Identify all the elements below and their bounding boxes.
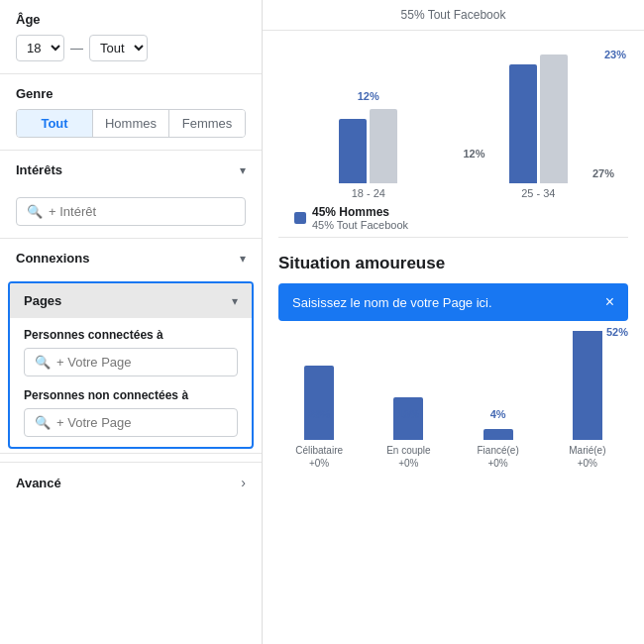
legend-dot	[294, 212, 306, 224]
genre-buttons: Tout Hommes Femmes	[16, 109, 246, 138]
situation-bars: 28% Célibataire+0% 16% En couple+0%	[278, 331, 628, 470]
sit-bar-marie	[547, 331, 628, 440]
legend-main: 45% Hommes	[312, 205, 408, 219]
genre-section: Genre Tout Hommes Femmes	[0, 74, 262, 151]
sit-col-celibataire: 28% Célibataire+0%	[278, 331, 360, 470]
age-col-25-34: 12% 27% 25 - 34	[459, 60, 619, 199]
age-bars: 12% 18 - 24 12% 27% 25 - 34	[278, 41, 628, 199]
interets-search-icon: 🔍	[27, 204, 43, 219]
bar-group-18-24	[288, 109, 449, 183]
not-connected-label: Personnes non connectées à	[24, 388, 238, 402]
sit-col-encouple: 16% En couple+0%	[368, 331, 449, 470]
avance-section[interactable]: Avancé ›	[0, 462, 262, 502]
not-connected-input-wrap[interactable]: 🔍	[24, 408, 238, 437]
divider	[278, 237, 628, 238]
situation-section: Situation amoureuse Saisissez le nom de …	[263, 242, 644, 470]
pct-28-label: 28%	[308, 408, 330, 420]
tooltip-text: Saisissez le nom de votre Page ici.	[292, 295, 492, 310]
sit-col-marie: Marié(e)+0%	[547, 331, 628, 470]
sit-label-encouple: En couple+0%	[386, 444, 430, 470]
sit-label-fiance: Fiancé(e)+0%	[478, 444, 519, 470]
pct-16-label: 16%	[397, 408, 419, 420]
connected-input-wrap[interactable]: 🔍	[24, 348, 238, 376]
not-connected-search-icon: 🔍	[35, 415, 51, 430]
genre-femmes-button[interactable]: Femmes	[169, 110, 245, 137]
legend-sub: 45% Tout Facebook	[312, 219, 408, 231]
bar-gray-25-34	[540, 54, 568, 183]
age-label-25-34: 25 - 34	[521, 187, 555, 199]
bar-blue-celibataire	[304, 366, 334, 440]
top-bar-text: 55% Tout Facebook	[401, 8, 506, 22]
pct-12-label-2: 12%	[464, 148, 485, 160]
bar-blue-25-34	[509, 64, 537, 183]
right-panel: 55% Tout Facebook 23% 12% 18 - 24 12	[263, 0, 644, 644]
pages-section: Pages ▾ Personnes connectées à 🔍 Personn…	[8, 281, 254, 449]
avance-arrow: ›	[241, 475, 246, 490]
genre-tout-button[interactable]: Tout	[17, 110, 93, 137]
age-label: Âge	[16, 12, 246, 27]
left-panel: Âge 18 21 25 — Tout 24 34 Genre Tout Hom…	[0, 0, 263, 644]
tooltip-bar: Saisissez le nom de votre Page ici. ×	[278, 283, 628, 321]
connexions-chevron: ▾	[240, 252, 246, 266]
genre-label: Genre	[16, 86, 246, 101]
bar-blue-marie	[573, 331, 602, 440]
not-connected-page-input[interactable]	[56, 415, 227, 430]
pages-header[interactable]: Pages ▾	[10, 283, 252, 318]
connected-search-icon: 🔍	[35, 355, 51, 370]
sit-bar-celibataire	[278, 366, 360, 440]
interets-header[interactable]: Intérêts ▾	[0, 151, 262, 189]
interets-chevron: ▾	[240, 163, 246, 177]
age-from-select[interactable]: 18 21 25	[16, 35, 64, 61]
connexions-header[interactable]: Connexions ▾	[0, 239, 262, 277]
avance-label: Avancé	[16, 476, 61, 490]
age-label-18-24: 18 - 24	[352, 187, 385, 199]
age-dash: —	[70, 41, 83, 55]
sit-label-marie: Marié(e)+0%	[569, 444, 605, 470]
sit-col-fiance: 4% Fiancé(e)+0%	[458, 331, 539, 470]
interets-body: 🔍	[0, 189, 262, 238]
pages-body: Personnes connectées à 🔍 Personnes non c…	[10, 318, 252, 447]
pct-27-label: 27%	[592, 167, 614, 179]
connexions-section: Connexions ▾ Pages ▾ Personnes connectée…	[0, 239, 262, 454]
pct-12-label-1: 12%	[358, 90, 379, 102]
age-col-18-24: 12% 18 - 24	[288, 60, 449, 199]
bar-blue-fiance	[483, 429, 513, 440]
connected-label: Personnes connectées à	[24, 328, 238, 342]
top-bar: 55% Tout Facebook	[263, 0, 644, 31]
interets-section: Intérêts ▾ 🔍	[0, 151, 262, 239]
bar-group-25-34	[459, 54, 619, 183]
genre-hommes-button[interactable]: Hommes	[93, 110, 169, 137]
connexions-title: Connexions	[16, 251, 89, 266]
legend-text: 45% Hommes 45% Tout Facebook	[312, 205, 408, 231]
pct-4-label: 4%	[490, 408, 506, 420]
pages-title: Pages	[24, 293, 61, 308]
bar-gray-18-24	[370, 109, 397, 183]
bar-blue-18-24	[339, 119, 367, 183]
legend-item: 45% Hommes 45% Tout Facebook	[294, 205, 612, 231]
sit-bar-fiance	[458, 429, 539, 440]
interets-search-input[interactable]	[49, 204, 235, 219]
interets-title: Intérêts	[16, 162, 62, 177]
interets-search-wrap[interactable]: 🔍	[16, 197, 246, 226]
pages-chevron: ▾	[232, 294, 238, 308]
age-to-select[interactable]: Tout 24 34	[89, 35, 148, 61]
sit-label-celibataire: Célibataire+0%	[295, 444, 343, 470]
situation-title: Situation amoureuse	[278, 254, 628, 273]
tooltip-close-button[interactable]: ×	[605, 293, 614, 311]
age-section: Âge 18 21 25 — Tout 24 34	[0, 0, 262, 74]
connected-page-input[interactable]	[56, 355, 227, 370]
age-controls: 18 21 25 — Tout 24 34	[16, 35, 246, 61]
age-chart-area: 23% 12% 18 - 24 12% 27% 25 - 34	[263, 31, 644, 231]
situation-bars-wrapper: 52% 28% Célibataire+0% 16% En couple+	[278, 331, 628, 470]
